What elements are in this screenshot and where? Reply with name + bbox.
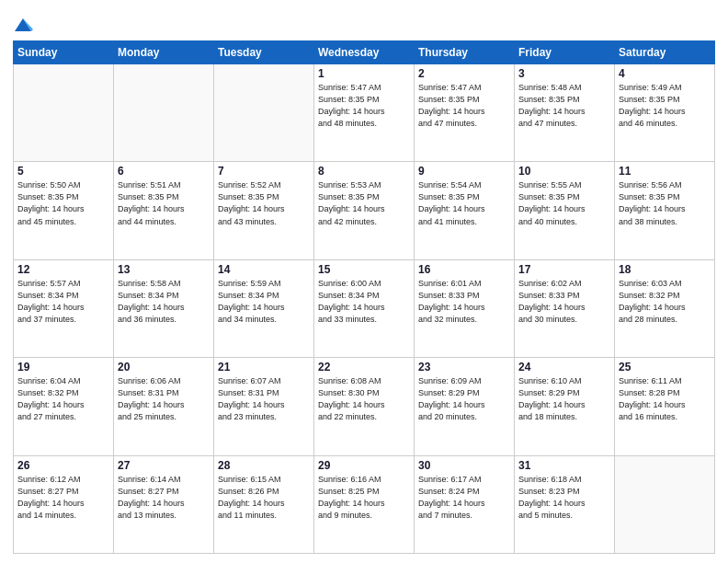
- logo: [13, 13, 36, 35]
- day-info: Sunrise: 6:10 AMSunset: 8:29 PMDaylight:…: [518, 375, 610, 423]
- week-row-1: 1Sunrise: 5:47 AMSunset: 8:35 PMDaylight…: [14, 64, 715, 162]
- day-number: 6: [118, 165, 210, 178]
- day-info: Sunrise: 6:17 AMSunset: 8:24 PMDaylight:…: [418, 474, 510, 522]
- week-row-2: 5Sunrise: 5:50 AMSunset: 8:35 PMDaylight…: [14, 162, 715, 259]
- day-header-wednesday: Wednesday: [314, 41, 415, 64]
- calendar-cell: 21Sunrise: 6:07 AMSunset: 8:31 PMDayligh…: [214, 358, 314, 455]
- day-number: 23: [418, 361, 510, 373]
- day-info: Sunrise: 5:59 AMSunset: 8:34 PMDaylight:…: [218, 278, 310, 326]
- day-header-friday: Friday: [515, 41, 615, 64]
- calendar-cell: 11Sunrise: 5:56 AMSunset: 8:35 PMDayligh…: [615, 162, 715, 259]
- day-number: 14: [218, 263, 310, 276]
- day-number: 20: [118, 361, 210, 373]
- day-number: 28: [218, 459, 310, 472]
- day-info: Sunrise: 6:07 AMSunset: 8:31 PMDaylight:…: [218, 375, 310, 423]
- calendar-cell: 9Sunrise: 5:54 AMSunset: 8:35 PMDaylight…: [415, 162, 515, 259]
- day-number: 17: [518, 263, 610, 276]
- day-info: Sunrise: 6:06 AMSunset: 8:31 PMDaylight:…: [118, 375, 210, 423]
- calendar-cell: [615, 455, 715, 553]
- calendar-cell: 1Sunrise: 5:47 AMSunset: 8:35 PMDaylight…: [314, 64, 415, 162]
- day-number: 7: [218, 165, 310, 178]
- day-info: Sunrise: 5:47 AMSunset: 8:35 PMDaylight:…: [318, 82, 410, 130]
- calendar: SundayMondayTuesdayWednesdayThursdayFrid…: [13, 40, 715, 554]
- calendar-cell: 18Sunrise: 6:03 AMSunset: 8:32 PMDayligh…: [615, 259, 715, 357]
- day-number: 21: [218, 361, 310, 373]
- calendar-cell: 4Sunrise: 5:49 AMSunset: 8:35 PMDaylight…: [615, 64, 715, 162]
- day-number: 22: [318, 361, 410, 373]
- day-number: 1: [318, 67, 410, 80]
- day-number: 29: [318, 459, 410, 472]
- day-number: 18: [619, 263, 711, 276]
- calendar-cell: 20Sunrise: 6:06 AMSunset: 8:31 PMDayligh…: [114, 358, 214, 455]
- calendar-cell: 28Sunrise: 6:15 AMSunset: 8:26 PMDayligh…: [214, 455, 314, 553]
- day-number: 30: [418, 459, 510, 472]
- day-header-thursday: Thursday: [415, 41, 515, 64]
- day-number: 13: [118, 263, 210, 276]
- day-info: Sunrise: 6:01 AMSunset: 8:33 PMDaylight:…: [418, 278, 510, 326]
- calendar-cell: 16Sunrise: 6:01 AMSunset: 8:33 PMDayligh…: [415, 259, 515, 357]
- day-number: 8: [318, 165, 410, 178]
- day-number: 3: [518, 67, 610, 80]
- calendar-cell: 15Sunrise: 6:00 AMSunset: 8:34 PMDayligh…: [314, 259, 415, 357]
- day-info: Sunrise: 6:08 AMSunset: 8:30 PMDaylight:…: [318, 375, 410, 423]
- calendar-cell: 3Sunrise: 5:48 AMSunset: 8:35 PMDaylight…: [515, 64, 615, 162]
- day-number: 31: [518, 459, 610, 472]
- day-info: Sunrise: 6:11 AMSunset: 8:28 PMDaylight:…: [619, 375, 711, 423]
- day-info: Sunrise: 5:54 AMSunset: 8:35 PMDaylight:…: [418, 179, 510, 227]
- day-number: 26: [17, 459, 109, 472]
- calendar-cell: 23Sunrise: 6:09 AMSunset: 8:29 PMDayligh…: [415, 358, 515, 455]
- day-info: Sunrise: 5:49 AMSunset: 8:35 PMDaylight:…: [619, 82, 711, 130]
- day-number: 2: [418, 67, 510, 80]
- day-info: Sunrise: 6:15 AMSunset: 8:26 PMDaylight:…: [218, 474, 310, 522]
- calendar-cell: 2Sunrise: 5:47 AMSunset: 8:35 PMDaylight…: [415, 64, 515, 162]
- day-info: Sunrise: 6:16 AMSunset: 8:25 PMDaylight:…: [318, 474, 410, 522]
- day-number: 15: [318, 263, 410, 276]
- day-info: Sunrise: 6:09 AMSunset: 8:29 PMDaylight:…: [418, 375, 510, 423]
- calendar-cell: 26Sunrise: 6:12 AMSunset: 8:27 PMDayligh…: [14, 455, 114, 553]
- day-header-sunday: Sunday: [14, 41, 114, 64]
- day-info: Sunrise: 5:48 AMSunset: 8:35 PMDaylight:…: [518, 82, 610, 130]
- calendar-cell: [14, 64, 114, 162]
- calendar-cell: 24Sunrise: 6:10 AMSunset: 8:29 PMDayligh…: [515, 358, 615, 455]
- day-number: 4: [619, 67, 711, 80]
- calendar-cell: 12Sunrise: 5:57 AMSunset: 8:34 PMDayligh…: [14, 259, 114, 357]
- calendar-header-row: SundayMondayTuesdayWednesdayThursdayFrid…: [14, 41, 715, 64]
- logo-icon: [13, 15, 33, 35]
- calendar-cell: [214, 64, 314, 162]
- day-number: 12: [17, 263, 109, 276]
- week-row-5: 26Sunrise: 6:12 AMSunset: 8:27 PMDayligh…: [14, 455, 715, 553]
- day-info: Sunrise: 5:52 AMSunset: 8:35 PMDaylight:…: [218, 179, 310, 227]
- calendar-cell: 30Sunrise: 6:17 AMSunset: 8:24 PMDayligh…: [415, 455, 515, 553]
- day-info: Sunrise: 5:50 AMSunset: 8:35 PMDaylight:…: [17, 179, 109, 227]
- week-row-3: 12Sunrise: 5:57 AMSunset: 8:34 PMDayligh…: [14, 259, 715, 357]
- calendar-cell: 19Sunrise: 6:04 AMSunset: 8:32 PMDayligh…: [14, 358, 114, 455]
- calendar-cell: 14Sunrise: 5:59 AMSunset: 8:34 PMDayligh…: [214, 259, 314, 357]
- header: [13, 9, 715, 35]
- calendar-cell: 7Sunrise: 5:52 AMSunset: 8:35 PMDaylight…: [214, 162, 314, 259]
- day-number: 27: [118, 459, 210, 472]
- calendar-cell: 22Sunrise: 6:08 AMSunset: 8:30 PMDayligh…: [314, 358, 415, 455]
- day-info: Sunrise: 5:51 AMSunset: 8:35 PMDaylight:…: [118, 179, 210, 227]
- calendar-cell: 31Sunrise: 6:18 AMSunset: 8:23 PMDayligh…: [515, 455, 615, 553]
- day-info: Sunrise: 5:47 AMSunset: 8:35 PMDaylight:…: [418, 82, 510, 130]
- day-number: 9: [418, 165, 510, 178]
- calendar-cell: 29Sunrise: 6:16 AMSunset: 8:25 PMDayligh…: [314, 455, 415, 553]
- day-info: Sunrise: 6:00 AMSunset: 8:34 PMDaylight:…: [318, 278, 410, 326]
- calendar-cell: 8Sunrise: 5:53 AMSunset: 8:35 PMDaylight…: [314, 162, 415, 259]
- day-number: 10: [518, 165, 610, 178]
- day-header-monday: Monday: [114, 41, 214, 64]
- day-info: Sunrise: 5:56 AMSunset: 8:35 PMDaylight:…: [619, 179, 711, 227]
- day-number: 24: [518, 361, 610, 373]
- day-header-tuesday: Tuesday: [214, 41, 314, 64]
- day-info: Sunrise: 5:58 AMSunset: 8:34 PMDaylight:…: [118, 278, 210, 326]
- calendar-cell: 17Sunrise: 6:02 AMSunset: 8:33 PMDayligh…: [515, 259, 615, 357]
- calendar-cell: 27Sunrise: 6:14 AMSunset: 8:27 PMDayligh…: [114, 455, 214, 553]
- day-info: Sunrise: 5:55 AMSunset: 8:35 PMDaylight:…: [518, 179, 610, 227]
- calendar-cell: 10Sunrise: 5:55 AMSunset: 8:35 PMDayligh…: [515, 162, 615, 259]
- calendar-cell: [114, 64, 214, 162]
- calendar-cell: 5Sunrise: 5:50 AMSunset: 8:35 PMDaylight…: [14, 162, 114, 259]
- day-number: 11: [619, 165, 711, 178]
- day-number: 16: [418, 263, 510, 276]
- day-info: Sunrise: 6:02 AMSunset: 8:33 PMDaylight:…: [518, 278, 610, 326]
- day-info: Sunrise: 6:14 AMSunset: 8:27 PMDaylight:…: [118, 474, 210, 522]
